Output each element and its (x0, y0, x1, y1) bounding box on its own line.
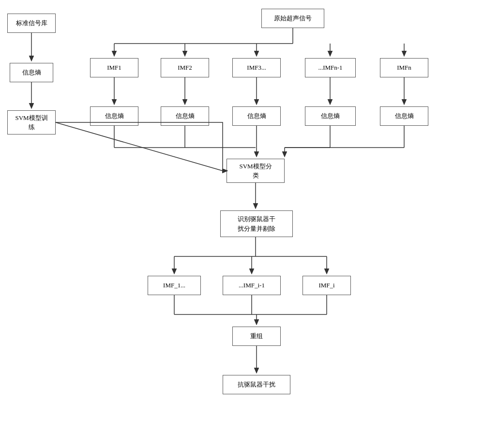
svg-line-24 (56, 122, 223, 171)
imf-1-box: IMF_1... (148, 276, 201, 295)
imfn-box: IMFn (380, 58, 428, 77)
identify-remove-box: 识别驱鼠器干扰分量并剔除 (220, 210, 293, 237)
entropy4-box: 信息熵 (305, 106, 356, 126)
svm-classify-box: SVM模型分类 (227, 159, 285, 183)
imf2-box: IMF2 (161, 58, 209, 77)
recombine-box: 重组 (232, 327, 281, 346)
imf-i1-box: ...IMF_i-1 (223, 276, 281, 295)
entropy5-box: 信息熵 (380, 106, 428, 126)
imf3-box: IMF3... (232, 58, 281, 77)
standard-library-box: 标准信号库 (7, 14, 56, 33)
original-signal-box: 原始超声信号 (261, 9, 324, 28)
svm-train-box: SVM模型训练 (7, 110, 56, 134)
entropy3-box: 信息熵 (232, 106, 281, 126)
entropy1-box: 信息熵 (90, 106, 138, 126)
imf1-box: IMF1 (90, 58, 138, 77)
info-entropy-left-box: 信息熵 (10, 63, 53, 82)
entropy2-box: 信息熵 (161, 106, 209, 126)
imfn1-box: ...IMFn-1 (305, 58, 356, 77)
flowchart-diagram: 标准信号库 信息熵 SVM模型训练 原始超声信号 IMF1 IMF2 IMF3.… (0, 0, 484, 448)
imf-i-box: IMF_i (302, 276, 351, 295)
result-box: 抗驱鼠器干扰 (223, 375, 290, 394)
